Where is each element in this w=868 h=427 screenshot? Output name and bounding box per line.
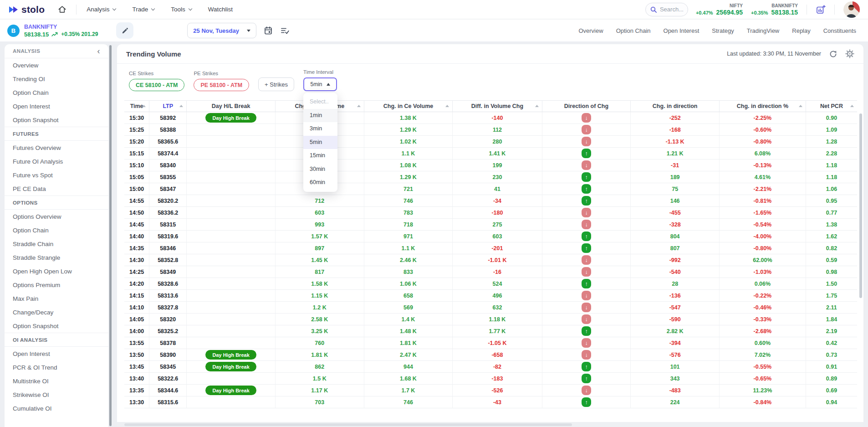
tab-constituents[interactable]: Constituents (823, 27, 856, 34)
sidebar-item-option-snapshot[interactable]: Option Snapshot (5, 113, 108, 127)
menu-trade[interactable]: Trade (132, 6, 154, 13)
sidebar-item-change-decay[interactable]: Change/Decay (5, 305, 108, 319)
sidebar-item-options-overview[interactable]: Options Overview (5, 210, 108, 223)
cell-chg-ce-volume: 1.81 K (364, 337, 453, 349)
interval-option-15min[interactable]: 15min (303, 149, 337, 163)
sort-icon[interactable] (850, 105, 854, 107)
cell-chg-in-direction-pct: 11.23% (719, 385, 806, 396)
day-high-break-badge: Day High Break (205, 386, 256, 395)
column-header-ltp[interactable]: LTP (149, 101, 187, 112)
column-header-chg-in-ce-volume[interactable]: Chg. in Ce Volume (364, 101, 453, 112)
arrow-up-icon: ↑ (582, 149, 591, 158)
sidebar-item-strikewise-oi[interactable]: Strikewise OI (5, 388, 108, 401)
tab-strategy[interactable]: Strategy (712, 27, 734, 34)
date-select[interactable]: 25 Nov, Tuesday (187, 23, 256, 38)
sidebar-item-pe-ce-data[interactable]: PE CE Data (5, 182, 108, 195)
cell-diff-volume-chg: -201 (453, 242, 542, 254)
cell-chg-ce-volume: 658 (364, 290, 453, 302)
interval-option-60min[interactable]: 60min (303, 176, 337, 190)
menu-analysis[interactable]: Analysis (87, 6, 116, 13)
cell-chg-in-direction: 75 (631, 183, 720, 195)
sidebar-item-overview[interactable]: Overview (5, 58, 108, 72)
cell-net-pcr: 0.82 (806, 242, 857, 254)
arrow-down-icon: ↓ (582, 314, 591, 324)
cell-diff-volume-chg: -1.05 K (453, 337, 542, 349)
tab-option-chain[interactable]: Option Chain (616, 27, 651, 34)
watchlist-check-icon[interactable] (280, 26, 290, 36)
date-value: 25 Nov, Tuesday (193, 27, 239, 34)
collapse-sidebar-icon[interactable]: ‹ (97, 47, 100, 55)
sidebar-item-options-premium[interactable]: Options Premium (5, 278, 108, 292)
instrument-name[interactable]: BANKNIFTY (24, 24, 98, 30)
sidebar-item-option-chain[interactable]: Option Chain (5, 86, 108, 99)
chart-add-icon[interactable] (816, 5, 826, 15)
table-row: 14:2058328.61.58 K1.06 K524↑280.06%1.50 (124, 278, 857, 290)
menu-watchlist[interactable]: Watchlist (208, 6, 233, 13)
sidebar-item-trending-oi[interactable]: Trending OI (5, 72, 108, 86)
tab-tradingview[interactable]: TradingView (747, 27, 780, 34)
sidebar-item-open-interest[interactable]: Open Interest (5, 347, 108, 360)
search-box[interactable] (645, 3, 688, 16)
sidebar-scrollbar[interactable] (109, 45, 112, 426)
time-interval-label: Time Interval (303, 69, 337, 75)
sidebar-item-option-snapshot[interactable]: Option Snapshot (5, 319, 108, 333)
horizontal-scrollbar[interactable] (117, 422, 863, 427)
interval-select[interactable]: 5min (303, 77, 337, 91)
interval-option-30min[interactable]: 30min (303, 163, 337, 176)
interval-option-5min[interactable]: 5min (303, 136, 337, 149)
menu-tools[interactable]: Tools (171, 6, 192, 13)
gear-icon[interactable] (845, 49, 854, 58)
sidebar-item-max-pain[interactable]: Max Pain (5, 292, 108, 305)
table-row: 15:25583881.29 K112↓-168-0.60%1.09 (124, 124, 857, 136)
cell-time: 14:20 (124, 278, 149, 290)
column-header-time[interactable]: Time (124, 101, 149, 112)
interval-option-select[interactable]: Select.. (303, 95, 337, 109)
stolo-logo[interactable]: stolo (8, 4, 45, 15)
sort-icon[interactable] (445, 105, 449, 107)
column-header-chg-in-direction[interactable]: Chg. in direction % (719, 101, 806, 112)
sort-icon[interactable] (357, 105, 361, 107)
cell-net-pcr: 2.28 (806, 148, 857, 159)
home-icon[interactable] (57, 5, 67, 14)
cell-chg-in-direction-pct: -0.55% (719, 361, 806, 373)
sidebar-item-future-oi-analysis[interactable]: Future OI Analysis (5, 154, 108, 168)
search-input[interactable] (660, 6, 684, 13)
tab-replay[interactable]: Replay (792, 27, 810, 34)
sort-icon[interactable] (179, 105, 183, 107)
day-high-break-badge: Day High Break (205, 362, 256, 371)
cell-net-pcr: 0.69 (806, 385, 857, 396)
interval-option-3min[interactable]: 3min (303, 122, 337, 136)
sidebar-item-option-chain[interactable]: Option Chain (5, 223, 108, 237)
tab-open-interest[interactable]: Open Interest (664, 27, 700, 34)
avatar[interactable] (843, 1, 860, 18)
sidebar-item-futures-overview[interactable]: Futures Overview (5, 141, 108, 154)
tab-overview[interactable]: Overview (578, 27, 603, 34)
column-header-diff-in-volume-chg[interactable]: Diff. in Volume Chg (453, 101, 542, 112)
scrollbar-thumb[interactable] (124, 423, 572, 426)
add-strikes-button[interactable]: + Strikes (258, 77, 294, 91)
column-header-net-pcr[interactable]: Net PCR (806, 101, 857, 112)
cell-chg-in-direction-pct: -0.33% (719, 314, 806, 325)
interval-option-1min[interactable]: 1min (303, 109, 337, 123)
ce-strike-chip[interactable]: CE 58100 - ATM (129, 79, 184, 91)
refresh-icon[interactable] (829, 50, 837, 58)
sidebar-item-pcr-oi-trend[interactable]: PCR & OI Trend (5, 360, 108, 374)
sidebar-item-future-vs-spot[interactable]: Future vs Spot (5, 168, 108, 182)
pe-strike-chip[interactable]: PE 58100 - ATM (194, 79, 249, 91)
cell-diff-volume-chg: -180 (453, 207, 542, 219)
vertical-scrollbar[interactable] (859, 113, 862, 298)
sidebar-item-straddle-chain[interactable]: Straddle Chain (5, 237, 108, 251)
sidebar-item-open-high-open-low[interactable]: Open High Open Low (5, 264, 108, 278)
cell-chg-in-direction-pct: -0.84% (719, 396, 806, 408)
table-row: 13:5058390Day High Break1.81 K2.47 K-658… (124, 349, 857, 361)
sidebar-item-straddle-strangle[interactable]: Straddle Strangle (5, 251, 108, 264)
sort-icon[interactable] (142, 105, 146, 107)
sidebar-item-multistrike-oi[interactable]: Multistrike OI (5, 374, 108, 388)
sidebar-item-cumulative-oi[interactable]: Cumulative OI (5, 401, 108, 415)
sort-icon[interactable] (799, 105, 802, 107)
sort-icon[interactable] (535, 105, 539, 107)
calendar-icon[interactable] (264, 26, 273, 35)
edit-instrument-button[interactable] (116, 22, 133, 39)
sidebar-item-open-interest[interactable]: Open Interest (5, 99, 108, 113)
cell-time: 14:15 (124, 290, 149, 302)
